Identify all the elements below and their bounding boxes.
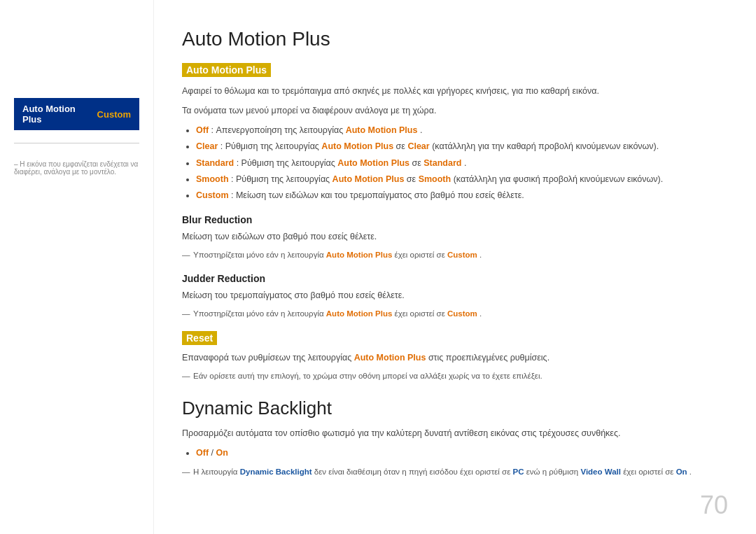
blur-reduction-title: Blur Reduction <box>182 214 728 225</box>
sidebar-note: – Η εικόνα που εμφανίζεται ενδέχεται να … <box>14 160 139 176</box>
sidebar-item-label: Auto Motion Plus <box>22 104 97 125</box>
judder-note-custom: Custom <box>447 309 477 318</box>
judder-note-dot: . <box>479 309 482 318</box>
bullet-clear-link2: Clear <box>407 141 429 151</box>
db-note-p2: δεν είναι διαθέσιμη όταν η πηγή εισόδου … <box>314 468 513 476</box>
bullet-standard-link1: Auto Motion Plus <box>337 158 410 168</box>
db-note-p5: . <box>690 468 692 476</box>
bullet-custom: Custom : Μείωση των ειδώλων και του τρεμ… <box>196 188 728 203</box>
judder-note-text2: έχει οριστεί σε <box>395 309 447 318</box>
blur-note-custom: Custom <box>447 251 477 259</box>
judder-reduction-note: Υποστηρίζεται μόνο εάν η λειτουργία Auto… <box>182 308 728 320</box>
reset-body: Επαναφορά των ρυθμίσεων της λειτουργίας … <box>182 351 728 365</box>
bullet-standard-label: Standard <box>196 158 234 168</box>
sidebar-menu-item[interactable]: Auto Motion Plus Custom <box>14 98 139 130</box>
dynamic-backlight-bullet: Off / On <box>196 446 728 461</box>
bullet-smooth-link1: Auto Motion Plus <box>332 174 405 184</box>
judder-note-text1: Υποστηρίζεται μόνο εάν η λειτουργία <box>193 309 326 318</box>
intro-line2: Τα ονόματα των μενού μπορεί να διαφέρουν… <box>182 104 728 118</box>
bullet-standard-link2: Standard <box>424 158 461 168</box>
db-note-link1: Dynamic Backlight <box>240 468 312 476</box>
blur-reduction-note: Υποστηρίζεται μόνο εάν η λειτουργία Auto… <box>182 249 728 261</box>
blur-note-link: Auto Motion Plus <box>326 251 393 259</box>
dynamic-backlight-on: On <box>216 448 228 458</box>
judder-note-link: Auto Motion Plus <box>326 309 393 318</box>
dynamic-backlight-bullet-list: Off / On <box>196 446 728 461</box>
bullet-smooth-text: : Ρύθμιση της λειτουργίας <box>231 174 332 184</box>
reset-link: Auto Motion Plus <box>354 353 426 363</box>
bullet-standard-text: : Ρύθμιση της λειτουργίας <box>237 158 338 168</box>
bullet-clear-text: : Ρύθμιση της λειτουργίας <box>220 141 322 151</box>
sidebar: Auto Motion Plus Custom – Η εικόνα που ε… <box>0 0 154 534</box>
bullet-clear-mid: σε <box>396 141 408 151</box>
bullet-smooth-rest: (κατάλληλη για φυσική προβολή κινούμενων… <box>454 174 664 184</box>
bullet-off: Off : Απενεργοποίηση της λειτουργίας Aut… <box>196 123 728 138</box>
dynamic-backlight-body: Προσαρμόζει αυτόματα τον οπίσθιο φωτισμό… <box>182 426 728 440</box>
db-note-p1: Η λειτουργία <box>193 468 240 476</box>
bullet-off-label: Off <box>196 125 209 135</box>
db-note-p4: έχει οριστεί σε <box>623 468 676 476</box>
auto-motion-plus-heading: Auto Motion Plus <box>182 63 271 77</box>
blur-note-dot: . <box>479 251 482 259</box>
bullet-smooth-link2: Smooth <box>419 174 451 184</box>
bullet-smooth-label: Smooth <box>196 174 229 184</box>
page-number: 70 <box>700 491 728 520</box>
bullet-list: Off : Απενεργοποίηση της λειτουργίας Aut… <box>196 123 728 203</box>
db-note-on: On <box>676 468 687 476</box>
sidebar-divider <box>14 143 139 143</box>
judder-reduction-title: Judder Reduction <box>182 273 728 284</box>
db-note-p3: ενώ η ρύθμιση <box>526 468 581 476</box>
bullet-off-link: Auto Motion Plus <box>346 125 418 135</box>
dynamic-backlight-sep: / <box>211 448 216 458</box>
bullet-smooth: Smooth : Ρύθμιση της λειτουργίας Auto Mo… <box>196 172 728 187</box>
blur-reduction-body: Μείωση των ειδώλων στο βαθμό που εσείς θ… <box>182 230 728 244</box>
dynamic-backlight-note: Η λειτουργία Dynamic Backlight δεν είναι… <box>182 466 728 478</box>
bullet-clear-link1: Auto Motion Plus <box>321 141 393 151</box>
sidebar-item-value: Custom <box>97 109 131 120</box>
bullet-standard-mid: σε <box>412 158 424 168</box>
intro-line1: Αφαιρεί το θόλωμα και το τρεμόπαιγμα από… <box>182 84 728 98</box>
bullet-standard-rest: . <box>464 158 466 168</box>
bullet-clear-label: Clear <box>196 141 218 151</box>
bullet-custom-label: Custom <box>196 190 229 200</box>
bullet-off-text: : Απενεργοποίηση της λειτουργίας <box>211 125 346 135</box>
reset-note: Εάν ορίσετε αυτή την επιλογή, το χρώμα σ… <box>182 370 728 382</box>
bullet-smooth-mid: σε <box>407 174 419 184</box>
reset-text1: Επαναφορά των ρυθμίσεων της λειτουργίας <box>182 353 354 363</box>
db-note-videowall: Video Wall <box>580 468 621 476</box>
blur-note-text2: έχει οριστεί σε <box>395 251 447 259</box>
bullet-off-rest: . <box>420 125 422 135</box>
db-note-pc: PC <box>513 468 524 476</box>
page-title: Auto Motion Plus <box>182 28 728 50</box>
blur-note-text1: Υποστηρίζεται μόνο εάν η λειτουργία <box>193 251 326 259</box>
bullet-custom-text: : Μείωση των ειδώλων και του τρεμοπαίγμα… <box>231 190 524 200</box>
reset-heading: Reset <box>182 331 217 345</box>
dynamic-backlight-title: Dynamic Backlight <box>182 398 728 419</box>
reset-text2: στις προεπιλεγμένες ρυθμίσεις. <box>428 353 550 363</box>
judder-reduction-body: Μείωση του τρεμοπαίγματος στο βαθμό που … <box>182 288 728 302</box>
bullet-clear-rest: (κατάλληλη για την καθαρή προβολή κινούμ… <box>432 141 659 151</box>
bullet-standard: Standard : Ρύθμιση της λειτουργίας Auto … <box>196 156 728 171</box>
bullet-clear: Clear : Ρύθμιση της λειτουργίας Auto Mot… <box>196 139 728 154</box>
main-content: Auto Motion Plus Auto Motion Plus Αφαιρε… <box>154 0 756 534</box>
dynamic-backlight-off: Off <box>196 448 209 458</box>
